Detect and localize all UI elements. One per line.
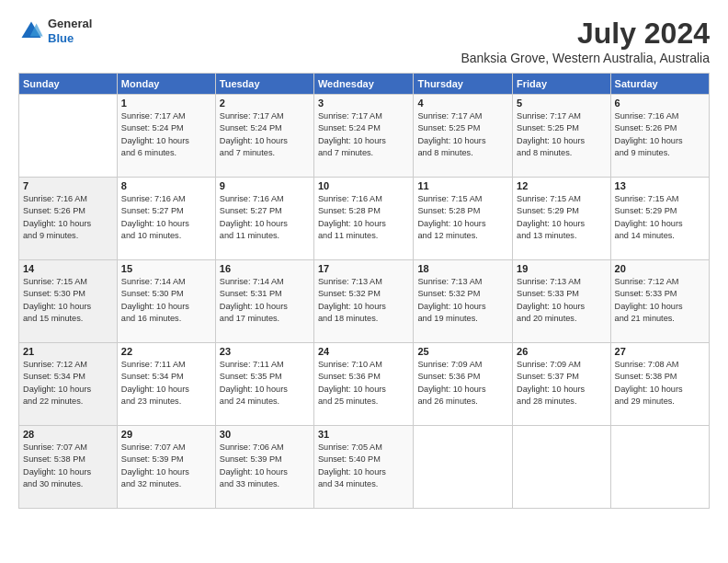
cell-info: Sunrise: 7:13 AMSunset: 5:32 PMDaylight:… bbox=[417, 276, 508, 325]
cell-date: 31 bbox=[318, 429, 410, 440]
cell-info: Sunrise: 7:12 AMSunset: 5:33 PMDaylight:… bbox=[615, 276, 705, 325]
cell-date: 8 bbox=[121, 180, 211, 191]
cell-info: Sunrise: 7:10 AMSunset: 5:36 PMDaylight:… bbox=[318, 359, 410, 408]
calendar-cell bbox=[513, 426, 610, 509]
cell-info: Sunrise: 7:05 AMSunset: 5:40 PMDaylight:… bbox=[318, 442, 410, 490]
cell-date: 24 bbox=[318, 346, 410, 357]
calendar-cell: 1Sunrise: 7:17 AMSunset: 5:24 PMDaylight… bbox=[117, 95, 215, 178]
cell-date: 12 bbox=[517, 180, 606, 191]
cell-date: 22 bbox=[121, 346, 211, 357]
calendar-cell: 20Sunrise: 7:12 AMSunset: 5:33 PMDayligh… bbox=[610, 260, 709, 343]
cell-info: Sunrise: 7:15 AMSunset: 5:30 PMDaylight:… bbox=[23, 276, 113, 325]
calendar-week-row: 1Sunrise: 7:17 AMSunset: 5:24 PMDaylight… bbox=[19, 95, 710, 178]
cell-info: Sunrise: 7:07 AMSunset: 5:38 PMDaylight:… bbox=[23, 442, 113, 490]
calendar-week-row: 7Sunrise: 7:16 AMSunset: 5:26 PMDaylight… bbox=[19, 178, 710, 260]
cell-date: 11 bbox=[417, 180, 508, 191]
calendar-cell: 15Sunrise: 7:14 AMSunset: 5:30 PMDayligh… bbox=[117, 260, 215, 343]
cell-info: Sunrise: 7:17 AMSunset: 5:25 PMDaylight:… bbox=[517, 110, 606, 159]
cell-date: 2 bbox=[220, 98, 310, 109]
cell-info: Sunrise: 7:16 AMSunset: 5:28 PMDaylight:… bbox=[318, 193, 410, 242]
cell-info: Sunrise: 7:11 AMSunset: 5:34 PMDaylight:… bbox=[121, 359, 211, 408]
cell-date: 9 bbox=[220, 180, 310, 191]
calendar-header-tuesday: Tuesday bbox=[215, 74, 313, 95]
calendar-cell: 27Sunrise: 7:08 AMSunset: 5:38 PMDayligh… bbox=[610, 343, 709, 426]
calendar-cell: 30Sunrise: 7:06 AMSunset: 5:39 PMDayligh… bbox=[215, 426, 313, 509]
calendar-cell: 2Sunrise: 7:17 AMSunset: 5:24 PMDaylight… bbox=[215, 95, 313, 178]
calendar-header-row: SundayMondayTuesdayWednesdayThursdayFrid… bbox=[19, 74, 710, 95]
cell-info: Sunrise: 7:16 AMSunset: 5:26 PMDaylight:… bbox=[615, 110, 705, 159]
cell-info: Sunrise: 7:17 AMSunset: 5:24 PMDaylight:… bbox=[220, 110, 310, 159]
calendar-header-wednesday: Wednesday bbox=[313, 74, 414, 95]
cell-date: 15 bbox=[121, 263, 211, 274]
header: General Blue July 2024 Banksia Grove, We… bbox=[18, 17, 710, 65]
cell-date: 25 bbox=[417, 346, 508, 357]
calendar-week-row: 28Sunrise: 7:07 AMSunset: 5:38 PMDayligh… bbox=[19, 426, 710, 509]
calendar-header-saturday: Saturday bbox=[610, 74, 709, 95]
calendar-cell: 13Sunrise: 7:15 AMSunset: 5:29 PMDayligh… bbox=[610, 178, 709, 260]
logo-general-label: General bbox=[48, 17, 92, 31]
calendar-cell: 21Sunrise: 7:12 AMSunset: 5:34 PMDayligh… bbox=[19, 343, 118, 426]
cell-info: Sunrise: 7:14 AMSunset: 5:31 PMDaylight:… bbox=[220, 276, 310, 325]
logo-blue-label: Blue bbox=[48, 31, 92, 46]
sub-title: Banksia Grove, Western Australia, Austra… bbox=[461, 51, 710, 65]
cell-date: 17 bbox=[318, 263, 410, 274]
calendar-cell: 5Sunrise: 7:17 AMSunset: 5:25 PMDaylight… bbox=[513, 95, 610, 178]
cell-date: 1 bbox=[121, 98, 211, 109]
calendar-week-row: 21Sunrise: 7:12 AMSunset: 5:34 PMDayligh… bbox=[19, 343, 710, 426]
cell-date: 3 bbox=[318, 98, 410, 109]
cell-date: 7 bbox=[23, 180, 113, 191]
calendar-cell: 25Sunrise: 7:09 AMSunset: 5:36 PMDayligh… bbox=[414, 343, 513, 426]
calendar-cell: 3Sunrise: 7:17 AMSunset: 5:24 PMDaylight… bbox=[313, 95, 414, 178]
cell-info: Sunrise: 7:09 AMSunset: 5:37 PMDaylight:… bbox=[517, 359, 606, 408]
cell-info: Sunrise: 7:14 AMSunset: 5:30 PMDaylight:… bbox=[121, 276, 211, 325]
cell-date: 30 bbox=[220, 429, 310, 440]
calendar-cell: 7Sunrise: 7:16 AMSunset: 5:26 PMDaylight… bbox=[19, 178, 118, 260]
calendar-cell bbox=[19, 95, 118, 178]
cell-date: 21 bbox=[23, 346, 113, 357]
title-section: July 2024 Banksia Grove, Western Austral… bbox=[461, 17, 710, 65]
calendar-cell: 14Sunrise: 7:15 AMSunset: 5:30 PMDayligh… bbox=[19, 260, 118, 343]
cell-date: 19 bbox=[517, 263, 606, 274]
cell-info: Sunrise: 7:13 AMSunset: 5:33 PMDaylight:… bbox=[517, 276, 606, 325]
cell-date: 13 bbox=[615, 180, 705, 191]
calendar-header-thursday: Thursday bbox=[414, 74, 513, 95]
cell-date: 5 bbox=[517, 98, 606, 109]
calendar-cell: 24Sunrise: 7:10 AMSunset: 5:36 PMDayligh… bbox=[313, 343, 414, 426]
calendar-cell: 23Sunrise: 7:11 AMSunset: 5:35 PMDayligh… bbox=[215, 343, 313, 426]
cell-info: Sunrise: 7:16 AMSunset: 5:26 PMDaylight:… bbox=[23, 193, 113, 242]
logo-text: General Blue bbox=[48, 17, 92, 45]
cell-info: Sunrise: 7:15 AMSunset: 5:28 PMDaylight:… bbox=[417, 193, 508, 242]
calendar-cell: 22Sunrise: 7:11 AMSunset: 5:34 PMDayligh… bbox=[117, 343, 215, 426]
cell-date: 29 bbox=[121, 429, 211, 440]
page: General Blue July 2024 Banksia Grove, We… bbox=[0, 0, 728, 563]
cell-date: 16 bbox=[220, 263, 310, 274]
cell-info: Sunrise: 7:09 AMSunset: 5:36 PMDaylight:… bbox=[417, 359, 508, 408]
cell-date: 10 bbox=[318, 180, 410, 191]
calendar-cell: 6Sunrise: 7:16 AMSunset: 5:26 PMDaylight… bbox=[610, 95, 709, 178]
cell-date: 28 bbox=[23, 429, 113, 440]
cell-info: Sunrise: 7:15 AMSunset: 5:29 PMDaylight:… bbox=[615, 193, 705, 242]
calendar-cell: 18Sunrise: 7:13 AMSunset: 5:32 PMDayligh… bbox=[414, 260, 513, 343]
calendar-cell bbox=[610, 426, 709, 509]
calendar-cell: 11Sunrise: 7:15 AMSunset: 5:28 PMDayligh… bbox=[414, 178, 513, 260]
cell-info: Sunrise: 7:07 AMSunset: 5:39 PMDaylight:… bbox=[121, 442, 211, 490]
cell-date: 14 bbox=[23, 263, 113, 274]
calendar-cell bbox=[414, 426, 513, 509]
calendar-cell: 28Sunrise: 7:07 AMSunset: 5:38 PMDayligh… bbox=[19, 426, 118, 509]
cell-date: 27 bbox=[615, 346, 705, 357]
cell-info: Sunrise: 7:17 AMSunset: 5:25 PMDaylight:… bbox=[417, 110, 508, 159]
cell-info: Sunrise: 7:13 AMSunset: 5:32 PMDaylight:… bbox=[318, 276, 410, 325]
cell-info: Sunrise: 7:06 AMSunset: 5:39 PMDaylight:… bbox=[220, 442, 310, 490]
logo: General Blue bbox=[18, 17, 92, 45]
cell-date: 26 bbox=[517, 346, 606, 357]
calendar-cell: 4Sunrise: 7:17 AMSunset: 5:25 PMDaylight… bbox=[414, 95, 513, 178]
cell-date: 18 bbox=[417, 263, 508, 274]
calendar-header-friday: Friday bbox=[513, 74, 610, 95]
cell-info: Sunrise: 7:15 AMSunset: 5:29 PMDaylight:… bbox=[517, 193, 606, 242]
logo-icon bbox=[18, 18, 44, 44]
cell-date: 4 bbox=[417, 98, 508, 109]
calendar-cell: 16Sunrise: 7:14 AMSunset: 5:31 PMDayligh… bbox=[215, 260, 313, 343]
calendar-cell: 17Sunrise: 7:13 AMSunset: 5:32 PMDayligh… bbox=[313, 260, 414, 343]
cell-info: Sunrise: 7:11 AMSunset: 5:35 PMDaylight:… bbox=[220, 359, 310, 408]
calendar-week-row: 14Sunrise: 7:15 AMSunset: 5:30 PMDayligh… bbox=[19, 260, 710, 343]
